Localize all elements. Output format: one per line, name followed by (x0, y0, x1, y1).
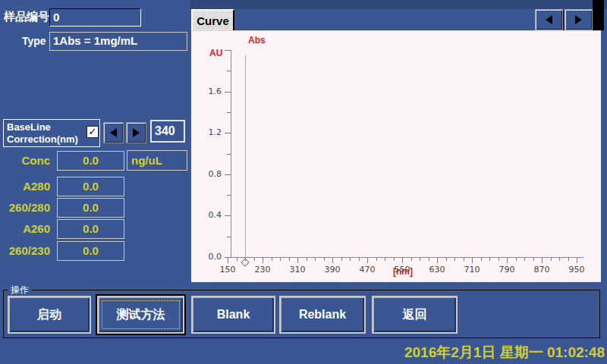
type-field[interactable]: 1Abs = 1mg/mL (49, 32, 187, 51)
tabstrip-corner (593, 0, 604, 30)
tabstrip-top-shade (190, 0, 607, 9)
tab-scroll-left-button[interactable] (535, 9, 563, 30)
baseline-label-line2: Correction(nm) (7, 133, 96, 146)
baseline-label-line1: BaseLine (7, 121, 96, 133)
baseline-wavelength-field[interactable]: 340 (150, 120, 185, 143)
conc-value-field: 0.0 (57, 151, 124, 171)
wavelength-cursor-line[interactable] (245, 55, 246, 261)
conc-unit-field: ng/uL (127, 150, 187, 171)
left-arrow-icon (110, 128, 117, 137)
a260-value-field: 0.0 (57, 219, 124, 239)
baseline-increase-button[interactable] (126, 122, 146, 143)
right-arrow-icon (575, 15, 582, 24)
sample-number-label: 样品编号 (4, 10, 49, 24)
y-axis-line (231, 50, 231, 258)
blank-button[interactable]: Blank (191, 296, 275, 334)
chart-series-label: Abs (248, 35, 266, 46)
baseline-correction-box: BaseLine Correction(nm) (3, 119, 100, 147)
reblank-button[interactable]: Reblank (279, 296, 366, 334)
start-button[interactable]: 启动 (8, 296, 91, 334)
datetime-display: 2016年2月1日 星期一 01:02:48 (404, 343, 605, 362)
ratio-260-280-value-field: 0.0 (57, 198, 124, 218)
left-arrow-icon (546, 15, 552, 24)
tab-scroll-right-button[interactable] (565, 9, 593, 30)
right-arrow-icon (133, 128, 140, 137)
baseline-checkbox[interactable]: ✓ (86, 126, 99, 138)
sample-number-input[interactable]: 0 (49, 8, 141, 27)
test-method-button[interactable]: 测试方法 (97, 296, 184, 334)
tab-curve[interactable]: Curve (191, 9, 234, 30)
a260-label: A260 (2, 222, 50, 235)
x-axis-line (228, 257, 583, 258)
ratio-260-230-label: 260/230 (2, 244, 50, 257)
return-button[interactable]: 返回 (372, 296, 458, 334)
test-method-button-label: 测试方法 (117, 307, 165, 323)
y-axis-unit-label: AU (209, 48, 222, 58)
conc-label: Conc (2, 154, 50, 167)
ratio-260-280-label: 260/280 (2, 201, 50, 214)
spectrum-chart-area[interactable]: Abs AU [nm] 1502303103904705506307107908… (191, 30, 601, 282)
a280-value-field: 0.0 (57, 177, 124, 196)
actions-group-label: 操作 (8, 285, 32, 294)
type-label: Type (22, 35, 46, 47)
baseline-decrease-button[interactable] (103, 122, 124, 143)
ratio-260-230-value-field: 0.0 (57, 241, 124, 261)
a280-label: A280 (2, 180, 50, 193)
